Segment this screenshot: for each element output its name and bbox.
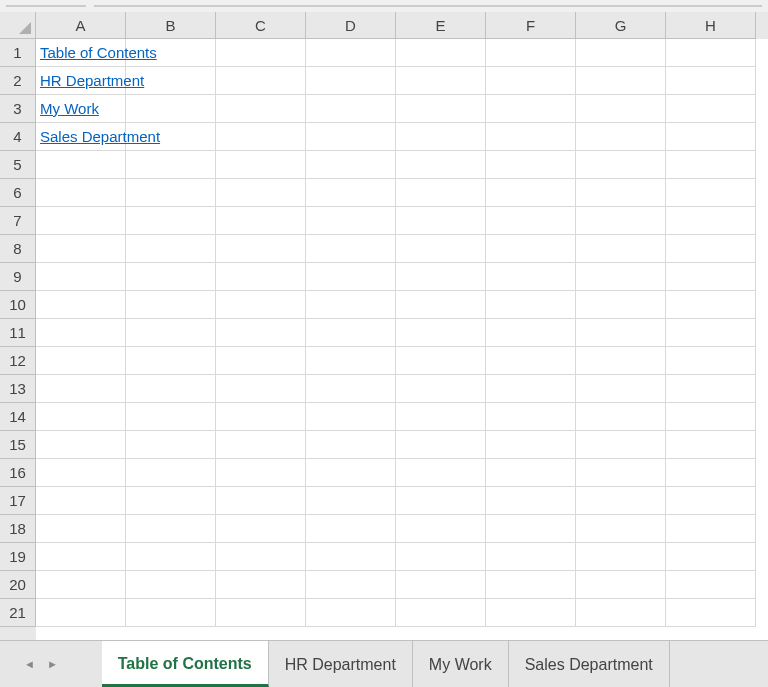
cell[interactable] — [576, 95, 666, 123]
cell[interactable] — [666, 263, 756, 291]
cell[interactable] — [126, 459, 216, 487]
cell[interactable] — [306, 319, 396, 347]
row-header[interactable]: 5 — [0, 151, 36, 179]
cell[interactable] — [396, 123, 486, 151]
cell[interactable] — [666, 515, 756, 543]
row-header[interactable]: 14 — [0, 403, 36, 431]
cell[interactable] — [216, 459, 306, 487]
cell[interactable] — [396, 207, 486, 235]
cell[interactable] — [36, 375, 126, 403]
cell[interactable] — [576, 179, 666, 207]
cell[interactable] — [486, 459, 576, 487]
cell[interactable] — [216, 571, 306, 599]
row-header[interactable]: 2 — [0, 67, 36, 95]
cell[interactable] — [576, 123, 666, 151]
cell[interactable] — [666, 571, 756, 599]
cell[interactable] — [486, 235, 576, 263]
cell[interactable] — [576, 207, 666, 235]
cell[interactable] — [666, 347, 756, 375]
cell[interactable] — [306, 347, 396, 375]
cell[interactable] — [126, 431, 216, 459]
cell[interactable] — [36, 151, 126, 179]
sheet-tab[interactable]: HR Department — [269, 641, 413, 687]
cell[interactable] — [396, 543, 486, 571]
cell[interactable] — [576, 347, 666, 375]
row-header[interactable]: 21 — [0, 599, 36, 627]
cell[interactable] — [666, 543, 756, 571]
cell[interactable] — [306, 67, 396, 95]
cell[interactable] — [126, 599, 216, 627]
cell[interactable] — [126, 375, 216, 403]
cell[interactable] — [126, 515, 216, 543]
cell[interactable] — [126, 207, 216, 235]
cell[interactable] — [666, 207, 756, 235]
sheet-tab[interactable]: My Work — [413, 641, 509, 687]
cell[interactable] — [666, 123, 756, 151]
cell[interactable] — [216, 235, 306, 263]
cell[interactable] — [306, 123, 396, 151]
cell[interactable] — [126, 571, 216, 599]
row-header[interactable]: 13 — [0, 375, 36, 403]
cell[interactable] — [216, 599, 306, 627]
cell[interactable] — [486, 67, 576, 95]
cell[interactable] — [306, 543, 396, 571]
cell[interactable] — [306, 179, 396, 207]
cell[interactable] — [486, 263, 576, 291]
cell[interactable] — [396, 179, 486, 207]
cell[interactable] — [216, 431, 306, 459]
row-header[interactable]: 10 — [0, 291, 36, 319]
cell[interactable] — [216, 347, 306, 375]
cell[interactable] — [486, 599, 576, 627]
row-header[interactable]: 9 — [0, 263, 36, 291]
cell[interactable] — [306, 235, 396, 263]
row-header[interactable]: 20 — [0, 571, 36, 599]
cell[interactable] — [306, 263, 396, 291]
cell[interactable] — [36, 459, 126, 487]
cell[interactable] — [306, 599, 396, 627]
row-header[interactable]: 15 — [0, 431, 36, 459]
cell[interactable] — [666, 151, 756, 179]
cell[interactable] — [666, 459, 756, 487]
cell[interactable] — [396, 571, 486, 599]
cell[interactable] — [576, 599, 666, 627]
cell[interactable] — [36, 599, 126, 627]
cell[interactable] — [576, 291, 666, 319]
cell[interactable] — [396, 347, 486, 375]
cell[interactable] — [126, 403, 216, 431]
cell[interactable]: Table of Contents — [36, 39, 126, 67]
cell[interactable] — [396, 67, 486, 95]
column-header[interactable]: H — [666, 12, 756, 39]
sheet-tab[interactable]: Sales Department — [509, 641, 670, 687]
cell[interactable] — [576, 67, 666, 95]
cell[interactable] — [216, 291, 306, 319]
cell[interactable] — [126, 151, 216, 179]
cell[interactable] — [486, 179, 576, 207]
cell[interactable] — [126, 291, 216, 319]
cell[interactable] — [486, 95, 576, 123]
cell[interactable] — [126, 235, 216, 263]
cell[interactable] — [36, 179, 126, 207]
row-header[interactable]: 8 — [0, 235, 36, 263]
cell[interactable] — [576, 151, 666, 179]
cell[interactable] — [306, 39, 396, 67]
cell[interactable] — [306, 151, 396, 179]
cell[interactable] — [396, 151, 486, 179]
row-header[interactable]: 11 — [0, 319, 36, 347]
cell[interactable] — [576, 263, 666, 291]
cell[interactable] — [576, 235, 666, 263]
cell[interactable] — [216, 151, 306, 179]
cell[interactable] — [576, 459, 666, 487]
cell[interactable] — [216, 375, 306, 403]
cell[interactable] — [36, 235, 126, 263]
cell[interactable] — [126, 543, 216, 571]
row-header[interactable]: 17 — [0, 487, 36, 515]
row-header[interactable]: 19 — [0, 543, 36, 571]
cell[interactable] — [666, 95, 756, 123]
cell[interactable] — [36, 487, 126, 515]
row-header[interactable]: 6 — [0, 179, 36, 207]
cell[interactable] — [36, 319, 126, 347]
cell[interactable] — [576, 487, 666, 515]
column-header[interactable]: C — [216, 12, 306, 39]
cell[interactable] — [126, 263, 216, 291]
cell[interactable] — [36, 515, 126, 543]
